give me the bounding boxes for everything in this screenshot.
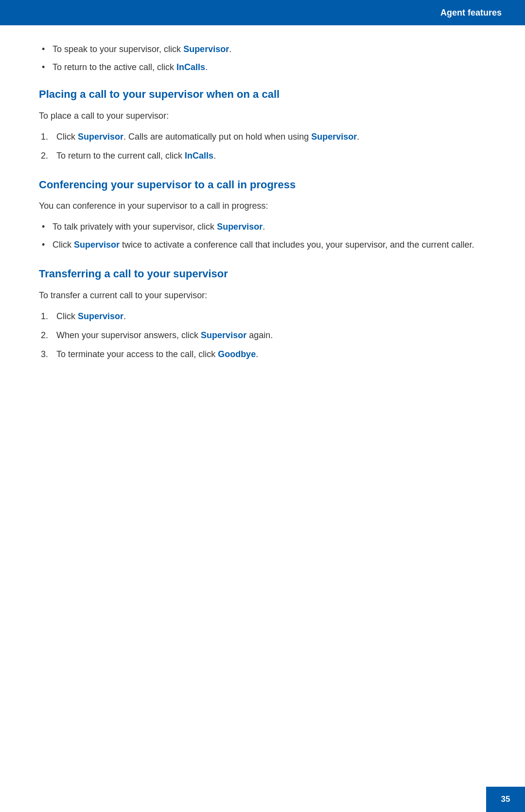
list-item: Click Supervisor. — [39, 310, 486, 323]
section2-bullets: To talk privately with your supervisor, … — [39, 220, 486, 252]
list-item: To return to the active call, click InCa… — [39, 61, 486, 74]
main-content: To speak to your supervisor, click Super… — [0, 25, 525, 406]
page-number: 35 — [501, 794, 510, 804]
supervisor-link-4: Supervisor — [217, 222, 262, 232]
section-placing-call: Placing a call to your supervisor when o… — [39, 88, 486, 162]
section2-intro: You can conference in your supervisor to… — [39, 199, 486, 213]
section1-steps: Click Supervisor. Calls are automaticall… — [39, 130, 486, 162]
list-item: To return to the current call, click InC… — [39, 149, 486, 162]
section1-heading: Placing a call to your supervisor when o… — [39, 88, 486, 102]
header-title: Agent features — [440, 8, 502, 18]
header-bar: Agent features — [0, 0, 525, 25]
supervisor-link-6: Supervisor — [78, 311, 123, 321]
section-transferring: Transferring a call to your supervisor T… — [39, 267, 486, 361]
supervisor-link-3: Supervisor — [311, 132, 357, 142]
section3-heading: Transferring a call to your supervisor — [39, 267, 486, 281]
supervisor-link-2: Supervisor — [78, 132, 123, 142]
section-conferencing: Conferencing your supervisor to a call i… — [39, 178, 486, 252]
list-item: Click Supervisor twice to activate a con… — [39, 238, 486, 252]
section3-steps: Click Supervisor. When your supervisor a… — [39, 310, 486, 361]
goodbye-link: Goodbye — [218, 349, 256, 359]
supervisor-link-1: Supervisor — [183, 44, 229, 54]
list-item: To talk privately with your supervisor, … — [39, 220, 486, 234]
section1-intro: To place a call to your supervisor: — [39, 109, 486, 123]
supervisor-link-7: Supervisor — [201, 330, 246, 340]
footer-bar: 35 — [486, 787, 525, 812]
supervisor-link-5: Supervisor — [74, 240, 120, 250]
intro-bullet-list: To speak to your supervisor, click Super… — [39, 43, 486, 74]
section2-heading: Conferencing your supervisor to a call i… — [39, 178, 486, 192]
list-item: When your supervisor answers, click Supe… — [39, 329, 486, 342]
list-item: To speak to your supervisor, click Super… — [39, 43, 486, 56]
incalls-link-2: InCalls — [185, 151, 213, 161]
incalls-link-1: InCalls — [176, 62, 205, 72]
list-item: To terminate your access to the call, cl… — [39, 348, 486, 361]
section3-intro: To transfer a current call to your super… — [39, 289, 486, 302]
list-item: Click Supervisor. Calls are automaticall… — [39, 130, 486, 144]
